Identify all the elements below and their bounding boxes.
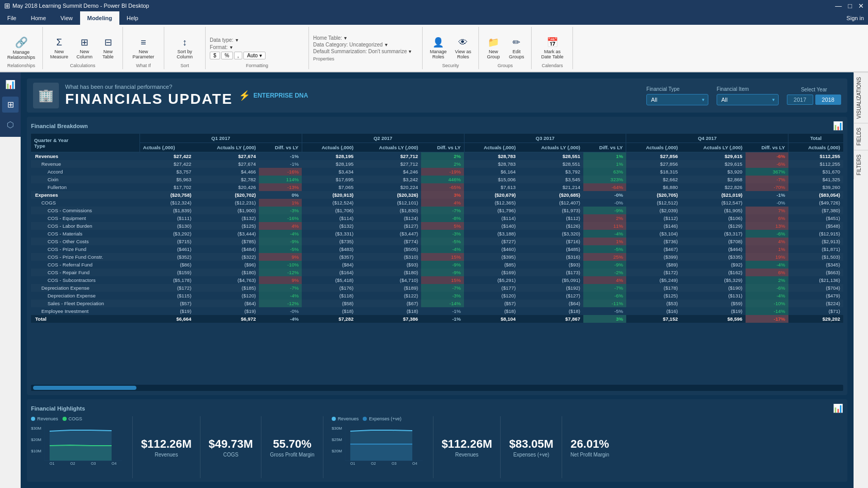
header-subtitle: What has been our financial performance? (65, 84, 233, 90)
cell-q3-diff: -11% (583, 300, 626, 307)
year-2017-button[interactable]: 2017 (787, 95, 813, 105)
cell-q4-diff: 6% (746, 214, 788, 222)
cell-q4-diff: 19% (746, 253, 788, 261)
ribbon-items-sort: ↕ Sort byColumn (168, 29, 201, 67)
row-label: COS - Labor Burden (31, 222, 140, 230)
sidebar-item-model[interactable]: ⬡ (2, 117, 19, 133)
cell-q1-ly: $20,426 (194, 183, 259, 191)
table-chart-icon[interactable]: 📊 (833, 121, 843, 131)
format-dropdown[interactable]: ▾ (230, 44, 233, 50)
view-as-roles-button[interactable]: 👁 View asRoles (452, 36, 474, 60)
cell-q4-ly: $3,920 (681, 168, 746, 176)
cell-q4-diff: 13% (746, 222, 788, 230)
financial-type-select[interactable]: All Revenue Expense (646, 94, 708, 105)
cell-q2-diff: 446% (421, 176, 464, 183)
cell-total: $31,670 (788, 168, 843, 176)
scrollbar-thumb[interactable] (33, 386, 136, 390)
cell-q3-diff: 2% (583, 214, 626, 222)
cell-q4-actuals: ($178) (626, 284, 681, 292)
new-parameter-button[interactable]: ≡ NewParameter (130, 36, 158, 60)
col-q4-header: Q4 2017 (626, 134, 788, 143)
data-category-dropdown[interactable]: ▾ (385, 42, 388, 48)
year-2018-button[interactable]: 2018 (815, 95, 841, 105)
minimize-button[interactable]: — (835, 2, 842, 10)
cell-q4-actuals: ($16) (626, 307, 681, 315)
cell-q1-ly: ($20,702) (194, 191, 259, 199)
edit-groups-button[interactable]: ✏ EditGroups (506, 36, 528, 60)
tab-filters[interactable]: FILTERS (854, 150, 868, 179)
ribbon: File Home View Modeling Help Sign in 🔗 M… (0, 11, 868, 72)
cell-q4-actuals: ($89) (626, 261, 681, 269)
horizontal-scrollbar[interactable] (31, 385, 843, 391)
tab-modeling[interactable]: Modeling (80, 11, 119, 25)
home-table-label: Home Table: (313, 35, 342, 41)
new-column-button[interactable]: ⊞ NewColumn (73, 36, 96, 60)
cell-q4-diff: -7% (746, 176, 788, 183)
summarization-dropdown[interactable]: ▾ (409, 49, 411, 54)
right-chart-legend: Revenues Expenses (+ve) (332, 416, 425, 421)
table-row: COS - Commissions ($1,839) ($1,900) -3% … (31, 207, 843, 214)
sidebar-item-report[interactable]: 📊 (2, 76, 19, 92)
cell-q4-diff: 6% (746, 269, 788, 276)
new-group-button[interactable]: 📁 NewGroup (483, 36, 504, 60)
cell-q2-actuals: ($735) (302, 238, 357, 245)
cell-q1-actuals: ($3,292) (140, 230, 194, 238)
highlights-chart-icon[interactable]: 📊 (833, 403, 843, 413)
tab-file[interactable]: File (0, 11, 24, 25)
tab-help[interactable]: Help (119, 11, 146, 25)
col-q1-header: Q1 2017 (140, 134, 302, 143)
financial-table-body: Revenues $27,422 $27,674 -1% $28,195 $27… (31, 152, 843, 323)
cell-q1-actuals: ($159) (140, 269, 194, 276)
home-table-row: Home Table: ▾ (313, 35, 418, 41)
cell-q1-actuals: ($130) (140, 222, 194, 230)
row-label: Employee Investment (31, 307, 140, 315)
cell-q3-diff: -5% (583, 245, 626, 253)
new-table-button[interactable]: ⊟ NewTable (98, 36, 118, 60)
mark-as-date-table-button[interactable]: 📅 Mark asDate Table (538, 36, 567, 60)
expenses-value: $83.05M (509, 437, 553, 451)
currency-button[interactable]: $ (210, 52, 220, 59)
cell-q1-actuals: $3,757 (140, 168, 194, 176)
financial-item-select[interactable]: All (717, 94, 779, 105)
cell-total: ($224) (788, 300, 843, 307)
cell-q1-diff: -12% (259, 300, 302, 307)
cell-q3-diff: -9% (583, 261, 626, 269)
cell-q3-ly: ($192) (519, 284, 583, 292)
sidebar-item-data[interactable]: ⊞ (2, 97, 19, 113)
sort-by-column-button[interactable]: ↕ Sort byColumn (174, 36, 196, 60)
tab-fields[interactable]: FIELDS (854, 123, 868, 150)
manage-roles-button[interactable]: 👤 ManageRoles (427, 36, 450, 60)
table-scroll-container[interactable]: Quarter & YearType Q1 2017 Q2 2017 Q3 20… (31, 134, 843, 384)
cell-q1-actuals: ($715) (140, 238, 194, 245)
comma-button[interactable]: , (234, 52, 243, 59)
tab-visualizations[interactable]: VISUALIZATIONS (854, 72, 868, 123)
security-group-label: Security (423, 63, 478, 68)
manage-relationships-button[interactable]: 🔗 ManageRelationships (4, 35, 38, 61)
select-year-label: Select Year (787, 87, 841, 92)
manage-relationships-label: ManageRelationships (7, 50, 35, 60)
cell-q2-actuals: $17,695 (302, 176, 357, 183)
sign-in-button[interactable]: Sign in (842, 11, 868, 25)
row-label: Fullerton (31, 183, 140, 191)
right-sidebar: VISUALIZATIONS FIELDS FILTERS (854, 72, 868, 179)
cell-q4-actuals: ($2,039) (626, 207, 681, 214)
cell-q2-ly: $3,242 (357, 176, 421, 183)
edit-groups-icon: ✏ (513, 37, 520, 48)
cell-q1-ly: ($19) (194, 307, 259, 315)
cell-q1-diff: -3% (259, 207, 302, 214)
tab-view[interactable]: View (53, 11, 80, 25)
new-measure-button[interactable]: Σ NewMeasure (47, 36, 71, 60)
tab-home[interactable]: Home (24, 11, 53, 25)
auto-button[interactable]: Auto ▾ (243, 52, 265, 59)
cell-q2-actuals: $28,195 (302, 160, 357, 168)
cell-q4-actuals: ($3,104) (626, 230, 681, 238)
cell-q2-actuals: ($3,331) (302, 230, 357, 238)
cell-q2-diff: -1% (421, 307, 464, 315)
new-parameter-icon: ≡ (141, 37, 146, 48)
home-table-dropdown[interactable]: ▾ (344, 35, 347, 41)
maximize-button[interactable]: □ (848, 2, 852, 10)
close-button[interactable]: ✕ (858, 2, 864, 10)
data-type-dropdown[interactable]: ▾ (236, 37, 238, 43)
cell-q1-diff: -0% (259, 307, 302, 315)
percent-button[interactable]: % (221, 52, 233, 59)
